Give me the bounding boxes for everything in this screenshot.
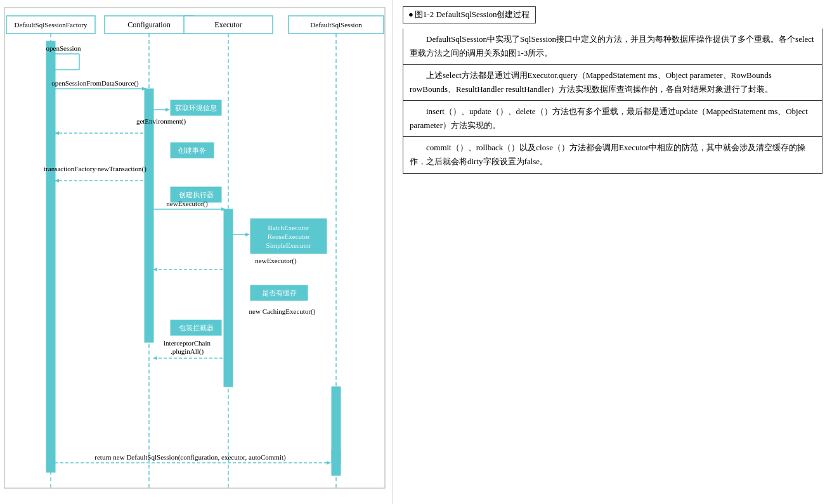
section-3: insert（）、update（）、delete（）方法也有多个重载，最后都是通… <box>403 101 822 137</box>
svg-text:interceptorChain: interceptorChain <box>164 339 211 347</box>
svg-rect-22 <box>145 89 153 342</box>
section-4: commit（）、rollback（）以及close（）方法都会调用Execut… <box>403 137 822 173</box>
svg-text:创建事务: 创建事务 <box>178 146 206 154</box>
svg-text:getEnvironment(): getEnvironment() <box>136 117 186 126</box>
section-1: DefaultSqlSession中实现了SqlSession接口中定义的方法，… <box>403 29 822 65</box>
svg-marker-58 <box>153 356 157 360</box>
svg-text:Executor: Executor <box>214 20 242 29</box>
svg-text:return new DefaultSqlSession(c: return new DefaultSqlSession(configurati… <box>94 453 286 462</box>
svg-text:.pluginAll(): .pluginAll() <box>171 347 204 356</box>
svg-text:newExecutor(): newExecutor() <box>166 200 208 208</box>
svg-marker-46 <box>245 233 250 236</box>
svg-text:DefaultSqlSession: DefaultSqlSession <box>310 21 362 29</box>
svg-text:创建执行器: 创建执行器 <box>179 191 214 198</box>
section-4-text: commit（）、rollback（）以及close（）方法都会调用Execut… <box>410 143 805 166</box>
svg-marker-26 <box>166 108 170 112</box>
diagram-container: DefaultSqlSessionFactory Configuration E… <box>3 6 390 494</box>
section-3-text: insert（）、update（）、delete（）方法也有多个重载，最后都是通… <box>410 107 808 130</box>
svg-text:new CachingExecutor(): new CachingExecutor() <box>249 307 316 316</box>
description-panel: 图1-2 DefaultSqlSession创建过程 DefaultSqlSes… <box>393 0 832 504</box>
section-1-text: DefaultSqlSession中实现了SqlSession接口中定义的方法，… <box>410 34 814 58</box>
svg-text:Configuration: Configuration <box>127 20 170 29</box>
svg-marker-61 <box>327 461 331 465</box>
svg-text:openSession: openSession <box>46 44 82 52</box>
svg-rect-40 <box>224 209 233 387</box>
section-2-text: 上述select方法都是通过调用Executor.query（MappedSta… <box>410 70 773 94</box>
diagram-title: 图1-2 DefaultSqlSession创建过程 <box>403 6 536 23</box>
svg-rect-12 <box>46 41 55 472</box>
svg-text:openSessionFromDataSource(): openSessionFromDataSource() <box>51 79 139 87</box>
svg-text:newExecutor(): newExecutor() <box>255 257 297 265</box>
section-2: 上述select方法都是通过调用Executor.query（MappedSta… <box>403 65 822 101</box>
svg-text:是否有缓存: 是否有缓存 <box>262 289 297 297</box>
sequence-diagram-panel: DefaultSqlSessionFactory Configuration E… <box>0 0 393 504</box>
svg-text:DefaultSqlSessionFactory: DefaultSqlSessionFactory <box>15 21 88 29</box>
svg-text:获取环境信息: 获取环境信息 <box>175 104 217 112</box>
svg-text:包装拦截器: 包装拦截器 <box>179 324 214 332</box>
svg-text:transactionFactory·newTransact: transactionFactory·newTransaction() <box>44 165 146 173</box>
svg-text:ReuseExecutor: ReuseExecutor <box>268 233 310 240</box>
svg-rect-59 <box>332 387 341 463</box>
svg-text:BatchExecutor: BatchExecutor <box>268 224 309 231</box>
sequence-diagram-svg: DefaultSqlSessionFactory Configuration E… <box>3 6 390 494</box>
svg-text:SimpleExecutor: SimpleExecutor <box>266 242 311 249</box>
